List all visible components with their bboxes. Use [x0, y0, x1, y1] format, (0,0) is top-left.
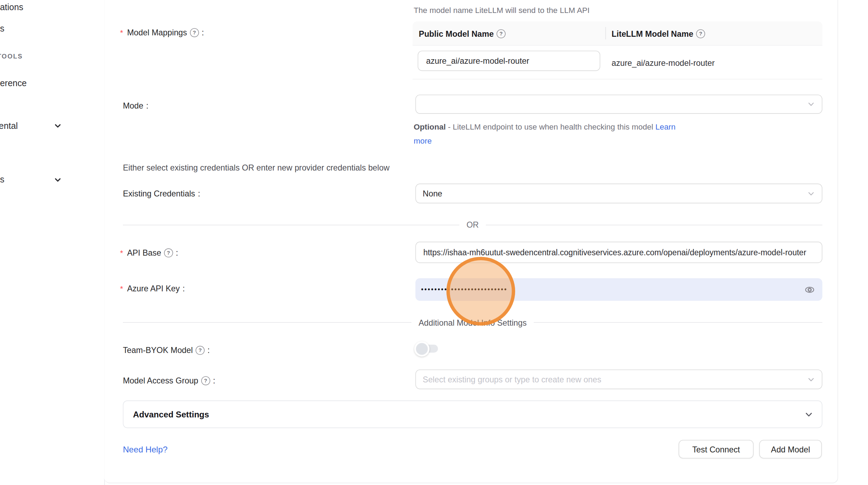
- azure-api-key-label: * Azure API Key :: [120, 284, 185, 292]
- help-icon[interactable]: [196, 346, 205, 355]
- advanced-settings-title: Advanced Settings: [123, 409, 209, 419]
- help-icon[interactable]: [190, 28, 199, 37]
- sidebar-item-experimental[interactable]: ental: [0, 122, 18, 130]
- add-model-page: ations s TOOLS erence ental s The model …: [0, 0, 868, 485]
- column-separator: [605, 27, 606, 39]
- sidebar-item-settings[interactable]: s: [0, 175, 4, 184]
- model-name-helper-text: The model name LiteLLM will send to the …: [414, 6, 590, 15]
- chevron-down-icon: [808, 376, 814, 383]
- column-header-public-model-name: Public Model Name: [419, 29, 506, 39]
- chevron-down-icon[interactable]: [54, 122, 61, 132]
- required-asterisk: *: [120, 249, 123, 257]
- api-base-value: https://ishaa-mh6uutut-swedencentral.cog…: [416, 248, 806, 257]
- help-icon[interactable]: [497, 29, 506, 39]
- sidebar-item[interactable]: ations: [0, 3, 23, 12]
- eye-icon[interactable]: [805, 285, 814, 295]
- help-icon[interactable]: [164, 248, 173, 257]
- model-mappings-label: * Model Mappings :: [120, 28, 204, 37]
- api-base-label: * API Base :: [120, 248, 178, 257]
- column-header-litellm-model-name: LiteLLM Model Name: [611, 29, 705, 39]
- need-help-link[interactable]: Need Help?: [123, 444, 168, 454]
- table-row-border: [412, 79, 822, 79]
- existing-credentials-label: Existing Credentials :: [123, 190, 200, 198]
- sidebar: ations s TOOLS erence ental s: [0, 0, 105, 485]
- add-model-button[interactable]: Add Model: [759, 440, 822, 458]
- sidebar-item[interactable]: erence: [0, 79, 27, 88]
- existing-credentials-select[interactable]: None: [415, 183, 822, 203]
- public-model-name-input[interactable]: azure_ai/azure-model-router: [418, 51, 600, 71]
- test-connect-button[interactable]: Test Connect: [679, 440, 754, 458]
- advanced-settings-panel[interactable]: Advanced Settings: [123, 401, 822, 428]
- chevron-down-icon: [808, 101, 814, 108]
- help-icon[interactable]: [696, 29, 705, 39]
- credentials-note: Either select existing credentials OR en…: [123, 163, 390, 172]
- model-access-group-placeholder: Select existing groups or type to create…: [416, 375, 601, 384]
- click-highlight-circle: [446, 257, 515, 325]
- team-byok-toggle[interactable]: [417, 345, 438, 353]
- chevron-down-icon: [808, 190, 814, 197]
- sidebar-item[interactable]: s: [0, 24, 4, 33]
- sidebar-section-label: TOOLS: [0, 54, 23, 60]
- chevron-down-icon[interactable]: [805, 411, 813, 419]
- required-asterisk: *: [120, 285, 123, 293]
- existing-credentials-value: None: [416, 189, 442, 198]
- learn-more-link[interactable]: Learn: [655, 122, 676, 131]
- mode-label: Mode :: [123, 102, 149, 110]
- toggle-knob: [414, 341, 429, 356]
- chevron-down-icon[interactable]: [54, 176, 61, 186]
- team-byok-label: Team-BYOK Model :: [123, 346, 210, 355]
- model-access-group-select[interactable]: Select existing groups or type to create…: [415, 369, 822, 389]
- public-model-name-value: azure_ai/azure-model-router: [418, 56, 529, 65]
- required-asterisk: *: [120, 29, 123, 37]
- model-access-group-label: Model Access Group :: [123, 376, 216, 385]
- litellm-model-name-value: azure_ai/azure-model-router: [611, 58, 715, 68]
- mode-select[interactable]: [415, 95, 822, 114]
- help-icon[interactable]: [201, 376, 210, 385]
- learn-more-link-line2[interactable]: more: [414, 136, 432, 145]
- or-divider: OR: [123, 221, 822, 229]
- mode-help-line1: Optional - LiteLLM endpoint to use when …: [414, 122, 676, 131]
